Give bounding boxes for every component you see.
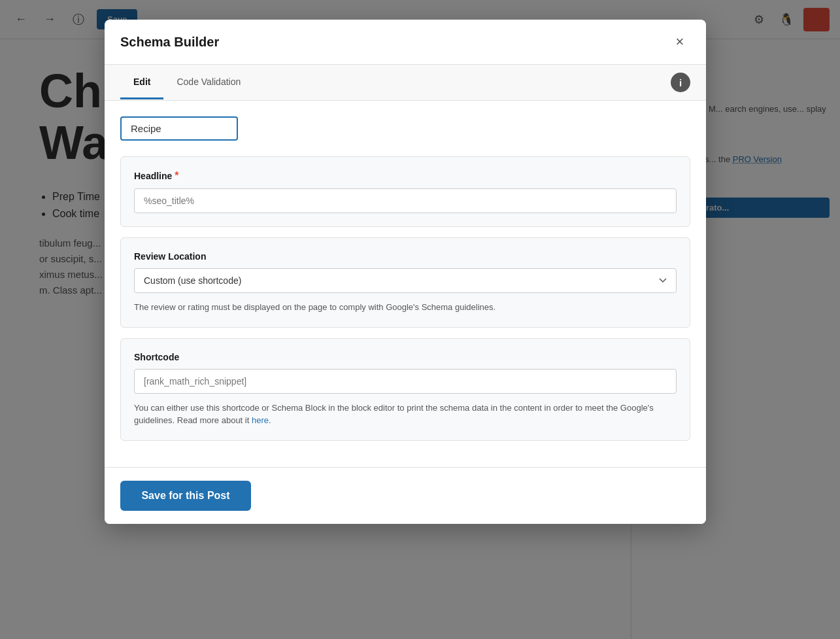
shortcode-input[interactable] [134, 369, 677, 394]
required-indicator: * [175, 170, 178, 182]
schema-builder-modal: Schema Builder × Edit Code Validation i … [105, 20, 706, 524]
shortcode-label: Shortcode [134, 352, 677, 362]
modal-close-button[interactable]: × [669, 31, 690, 52]
modal-header: Schema Builder × [105, 20, 706, 65]
modal-tabs: Edit Code Validation [120, 66, 254, 99]
review-location-label: Review Location [134, 251, 677, 262]
headline-label: Headline * [134, 170, 677, 182]
modal-info-icon[interactable]: i [671, 73, 690, 92]
schema-type-selector[interactable]: Recipe [120, 116, 238, 141]
modal-tabs-area: Edit Code Validation i [105, 65, 706, 101]
modal-body: Recipe Headline * Review Location Custom… [105, 101, 706, 467]
tab-code-validation[interactable]: Code Validation [163, 66, 254, 99]
headline-input[interactable] [134, 188, 677, 213]
modal-title: Schema Builder [120, 35, 219, 50]
shortcode-section: Shortcode You can either use this shortc… [120, 338, 690, 441]
modal-footer: Save for this Post [105, 467, 706, 524]
review-location-select[interactable]: Custom (use shortcode)Above ContentBelow… [134, 268, 677, 293]
save-for-post-button[interactable]: Save for this Post [120, 481, 251, 511]
review-location-hint: The review or rating must be displayed o… [134, 301, 677, 314]
shortcode-hint: You can either use this shortcode or Sch… [134, 402, 677, 427]
review-location-section: Review Location Custom (use shortcode)Ab… [120, 237, 690, 328]
headline-section: Headline * [120, 156, 690, 227]
tab-edit[interactable]: Edit [120, 66, 163, 99]
shortcode-here-link[interactable]: here [252, 415, 269, 425]
